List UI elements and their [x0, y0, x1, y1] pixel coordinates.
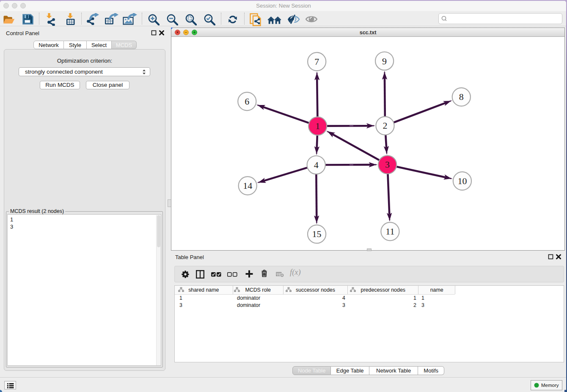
svg-text:11: 11: [385, 226, 394, 237]
svg-text:10: 10: [457, 176, 467, 186]
svg-text:9: 9: [382, 56, 387, 66]
svg-text:2: 2: [383, 120, 388, 131]
svg-text:3: 3: [385, 159, 390, 170]
svg-text:15: 15: [312, 229, 322, 239]
svg-text:4: 4: [314, 160, 319, 170]
svg-text:7: 7: [314, 56, 319, 67]
svg-text:8: 8: [459, 91, 464, 102]
svg-text:6: 6: [245, 96, 249, 107]
svg-text:Memory: Memory: [541, 383, 559, 388]
svg-text:1: 1: [315, 121, 320, 131]
svg-text:14: 14: [243, 180, 252, 191]
